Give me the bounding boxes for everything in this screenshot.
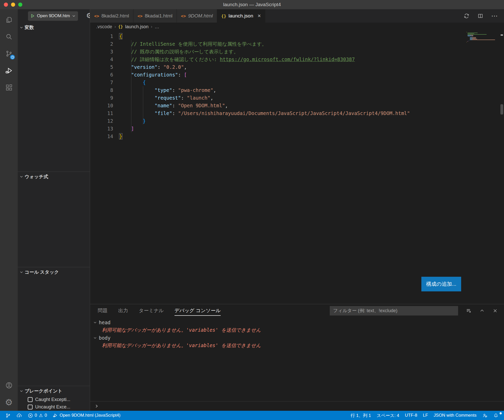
line-number[interactable]: 3 — [90, 48, 119, 55]
feedback-icon[interactable] — [479, 413, 490, 418]
line-number[interactable]: 9 — [90, 94, 119, 102]
status-language-mode[interactable]: JSON with Comments — [431, 413, 479, 418]
tab-9DOM.html[interactable]: <>9DOM.html — [177, 9, 217, 23]
console-group-label: head — [99, 320, 111, 325]
line-number[interactable]: 5 — [90, 63, 119, 71]
maximize-window-button[interactable] — [18, 3, 22, 7]
panel-tab-問題[interactable]: 問題 — [98, 304, 108, 317]
code-line-8[interactable]: 8 "type": "pwa-chrome", — [90, 86, 500, 94]
debug-console-input[interactable] — [90, 401, 504, 411]
code-text: { — [119, 79, 146, 86]
section-header-ブレークポイント[interactable]: ブレークポイント — [18, 386, 90, 396]
code-line-12[interactable]: 12 } — [90, 117, 500, 125]
status-indentation[interactable]: スペース: 4 — [374, 413, 402, 418]
section-header-変数[interactable]: 変数 — [18, 23, 90, 32]
line-number[interactable]: 1 — [90, 32, 119, 40]
line-number[interactable]: 13 — [90, 125, 119, 132]
line-number[interactable]: 7 — [90, 79, 119, 86]
minimap[interactable] — [467, 32, 497, 43]
chevron-right-icon — [94, 404, 99, 408]
code-line-6[interactable]: 6 "configurations": [ — [90, 71, 500, 79]
panel-tab-ターミナル[interactable]: ターミナル — [139, 304, 164, 317]
status-bar-right: 行 1、列 1 スペース: 4 UTF-8 LF JSON with Comme… — [348, 413, 501, 418]
sidebar-section-コール スタック: コール スタック — [18, 267, 90, 386]
code-line-9[interactable]: 9 "request": "launch", — [90, 94, 500, 102]
run-and-debug-icon[interactable] — [0, 62, 18, 79]
minimap-line — [467, 39, 497, 39]
debug-config-dropdown[interactable]: Open 9DOM.html — [28, 11, 78, 21]
sync-changes-icon[interactable] — [463, 13, 470, 19]
line-number[interactable]: 11 — [90, 109, 119, 117]
section-header-ウォッチ式[interactable]: ウォッチ式 — [18, 172, 90, 182]
section-header-コール スタック[interactable]: コール スタック — [18, 267, 90, 277]
code-line-5[interactable]: 5 "version": "0.2.0", — [90, 63, 500, 71]
clear-console-icon[interactable] — [466, 308, 472, 314]
tab-8kadai1.html[interactable]: <>8kadai1.html — [133, 9, 177, 23]
debug-toolbar: Open 9DOM.html ⚙ — [18, 9, 90, 23]
console-group-body[interactable]: body — [90, 334, 504, 342]
notifications-bell-icon[interactable] — [490, 413, 501, 418]
breakpoint-item[interactable]: Uncaught Exce... — [18, 403, 90, 411]
status-cloud-upload-icon[interactable] — [14, 411, 25, 420]
code-line-1[interactable]: 1{ — [90, 32, 500, 40]
more-actions-icon[interactable]: ⋯ — [491, 13, 498, 19]
indent-guide — [131, 40, 131, 132]
breadcrumb-file[interactable]: launch.json — [125, 24, 149, 30]
line-number[interactable]: 10 — [90, 102, 119, 109]
status-eol[interactable]: LF — [420, 413, 431, 418]
search-icon[interactable] — [0, 28, 18, 45]
line-number[interactable]: 14 — [90, 132, 119, 140]
breakpoint-item[interactable]: Caught Excepti... — [18, 396, 90, 403]
close-window-button[interactable] — [4, 3, 8, 7]
html-file-icon: <> — [181, 14, 186, 18]
status-cursor-position[interactable]: 行 1、列 1 — [348, 413, 374, 418]
close-tab-icon[interactable]: × — [258, 13, 261, 19]
panel-tab-デバッグ コンソール[interactable]: デバッグ コンソール — [175, 304, 221, 317]
code-line-7[interactable]: 7 { — [90, 79, 500, 86]
breadcrumb-folder[interactable]: .vscode — [96, 24, 112, 30]
line-number[interactable]: 2 — [90, 40, 119, 48]
code-line-11[interactable]: 11 "file": "/Users/nishiharayuudai/Docum… — [90, 109, 500, 117]
breakpoint-checkbox[interactable] — [28, 405, 33, 409]
debug-start-icon[interactable] — [30, 14, 35, 18]
console-group-head[interactable]: head — [90, 319, 504, 326]
code-text: { — [119, 32, 122, 40]
code-line-4[interactable]: 4 // 詳細情報は次を確認してください: https://go.microso… — [90, 55, 500, 63]
line-number[interactable]: 6 — [90, 71, 119, 79]
settings-gear-icon[interactable]: ⚙ — [0, 394, 18, 411]
line-number[interactable]: 8 — [90, 86, 119, 94]
chevron-down-icon — [20, 389, 23, 393]
minimize-window-button[interactable] — [11, 3, 15, 7]
close-panel-icon[interactable] — [492, 308, 498, 313]
tab-launch.json[interactable]: {}launch.json× — [217, 9, 265, 23]
maximize-panel-icon[interactable] — [479, 308, 485, 313]
extensions-icon[interactable] — [0, 79, 18, 96]
tab-8kadai2.html[interactable]: <>8kadai2.html — [90, 9, 133, 23]
split-editor-icon[interactable] — [477, 13, 483, 19]
minimap-line — [467, 32, 497, 32]
breadcrumb-symbol[interactable]: … — [155, 24, 159, 30]
code-line-14[interactable]: 14} — [90, 132, 500, 140]
bottom-panel: 問題出力ターミナルデバッグ コンソール head利用可能なデバッガーがありません… — [90, 304, 504, 411]
overview-ruler-mark[interactable] — [500, 104, 503, 114]
code-line-10[interactable]: 10 "name": "Open 9DOM.html", — [90, 102, 500, 109]
code-text: "file": "/Users/nishiharayuudai/Document… — [119, 109, 410, 117]
launch-settings-gear-icon[interactable]: ⚙ — [86, 12, 90, 19]
source-control-icon[interactable] — [0, 45, 18, 62]
code-line-2[interactable]: 2 // IntelliSense を使用して利用可能な属性を学べます。 — [90, 40, 500, 48]
panel-tab-出力[interactable]: 出力 — [118, 304, 128, 317]
breakpoint-checkbox[interactable] — [28, 397, 33, 402]
status-encoding[interactable]: UTF-8 — [402, 413, 420, 418]
code-line-3[interactable]: 3 // 既存の属性の説明をホバーして表示します。 — [90, 48, 500, 55]
console-filter-input[interactable] — [330, 306, 458, 316]
explorer-icon[interactable] — [0, 11, 18, 28]
code-editor[interactable]: 1{2 // IntelliSense を使用して利用可能な属性を学べます。3 … — [90, 31, 504, 304]
add-configuration-button[interactable]: 構成の追加... — [421, 277, 461, 291]
status-problems[interactable]: 0 ⚠ 0 — [25, 411, 50, 420]
status-source-control-icon[interactable] — [3, 411, 14, 420]
status-debug[interactable]: Open 9DOM.html (JavaScript4) — [50, 411, 123, 420]
code-line-13[interactable]: 13 ] — [90, 125, 500, 132]
account-icon[interactable] — [0, 377, 18, 394]
line-number[interactable]: 4 — [90, 55, 119, 63]
line-number[interactable]: 12 — [90, 117, 119, 125]
